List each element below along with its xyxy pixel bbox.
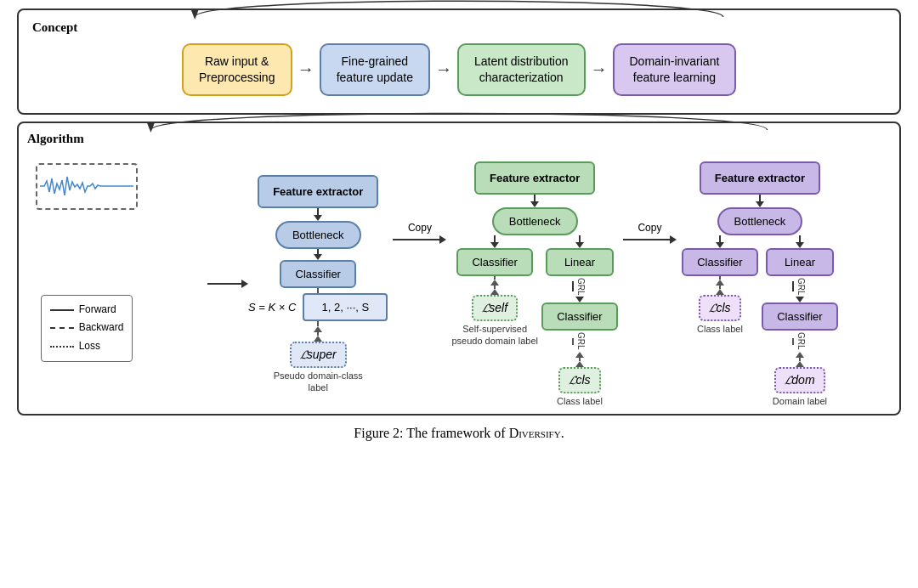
loss-dom: 𝓛dom [774, 367, 824, 393]
copy-arrow-2: Copy [623, 222, 677, 244]
legend-forward: Forward [50, 301, 124, 319]
loss-self: 𝓛self [472, 295, 518, 321]
figure-caption: Figure 2: The framework of Diversify. [17, 426, 901, 441]
col3-split: Classifier 𝓛cls Class label [682, 235, 838, 407]
grl-label-3b: GRL [796, 332, 806, 350]
s-row: S = K × C 1, 2, ···, S [248, 293, 388, 321]
algo-panel: Algorithm [17, 122, 901, 416]
v-line-2a [534, 195, 536, 201]
pseudo-domain-class-label: Pseudo domain-class label [263, 370, 373, 394]
legend-loss: Loss [50, 337, 124, 356]
arr-up-1 [314, 326, 322, 332]
class-label-1: Class label [557, 395, 603, 407]
algo-label: Algorithm [27, 132, 891, 146]
copy-label-1: Copy [408, 222, 432, 234]
copy-arrow-1: Copy [393, 222, 446, 244]
loss-cls1: 𝓛cls [558, 367, 600, 393]
concept-box-fine: Fine-grained feature update [320, 43, 430, 96]
forward-line-icon [50, 309, 74, 311]
col2-right: Linear GRL Classifier GRL [541, 235, 618, 407]
waveform-svg [40, 168, 133, 204]
arrow2: → [435, 59, 452, 79]
classifier-3: Classifier [682, 248, 758, 276]
class-label-2: Class label [697, 323, 743, 335]
classifier-2b: Classifier [541, 302, 618, 331]
concept-box-domain: Domain-invariant feature learning [613, 43, 737, 96]
col2: Feature extractor Bottleneck Classifier [451, 161, 618, 407]
waveform-box [36, 163, 138, 210]
col3-left: Classifier 𝓛cls Class label [682, 235, 758, 407]
grl-label-2a: GRL [576, 278, 586, 296]
linear-3: Linear [766, 248, 834, 276]
linear-2: Linear [546, 248, 614, 276]
domain-label: Domain label [773, 395, 827, 407]
col3-right: Linear GRL Classifier GRL [762, 235, 838, 407]
sequence-box: 1, 2, ···, S [303, 293, 388, 321]
bottleneck-1: Bottleneck [275, 221, 361, 249]
feat-extractor-2: Feature extractor [474, 161, 595, 195]
concept-panel: Concept Raw input & Preprocessing → Fine… [17, 8, 901, 115]
classifier-1: Classifier [280, 260, 356, 288]
bottleneck-2: Bottleneck [492, 207, 578, 235]
loss-line-icon [50, 346, 74, 348]
s-equation: S = K × C [248, 301, 296, 314]
concept-label: Concept [32, 20, 886, 35]
classifier-3b: Classifier [762, 302, 838, 331]
loss-cls2: 𝓛cls [699, 295, 740, 321]
arr-up-1b [314, 336, 322, 342]
grl-label-2b: GRL [576, 332, 586, 350]
classifier-2: Classifier [456, 248, 533, 276]
arr-down-2a [530, 201, 539, 207]
backward-line-icon [50, 327, 74, 329]
col2-left: Classifier 𝓛self Self-supervised pseudo … [451, 235, 538, 407]
col2-split: Classifier 𝓛self Self-supervised pseudo … [451, 235, 618, 407]
algo-content: Forward Backward Loss [27, 155, 891, 407]
self-supervised-label: Self-supervised pseudo domain label [451, 323, 538, 348]
waveform-to-feat-arrow [207, 280, 248, 288]
arr-down-3a [756, 201, 764, 207]
concept-box-raw: Raw input & Preprocessing [182, 43, 292, 96]
v-line-3a [759, 195, 761, 201]
arrow1: → [298, 59, 314, 79]
main-container: Concept Raw input & Preprocessing → Fine… [17, 8, 901, 441]
arr-down-1b [314, 254, 322, 260]
grl-label-3a: GRL [796, 278, 806, 296]
v-line-1a [317, 208, 319, 215]
copy-label-2: Copy [638, 222, 661, 234]
algo-left: Forward Backward Loss [27, 163, 146, 362]
col1: Feature extractor Bottleneck Classifier … [248, 175, 388, 394]
concept-flow: Raw input & Preprocessing → Fine-grained… [32, 43, 886, 96]
concept-box-latent: Latent distribution characterization [457, 43, 586, 96]
arr-down-1a [314, 215, 322, 221]
legend-box: Forward Backward Loss [41, 295, 133, 362]
legend-backward: Backward [50, 319, 124, 337]
loss-super: 𝓛super [290, 342, 347, 368]
bottleneck-3: Bottleneck [717, 207, 803, 235]
arrow3: → [591, 59, 608, 79]
feat-extractor-3: Feature extractor [700, 161, 820, 195]
col3: Feature extractor Bottleneck Classifier [682, 161, 838, 407]
feat-extractor-1: Feature extractor [258, 175, 378, 208]
